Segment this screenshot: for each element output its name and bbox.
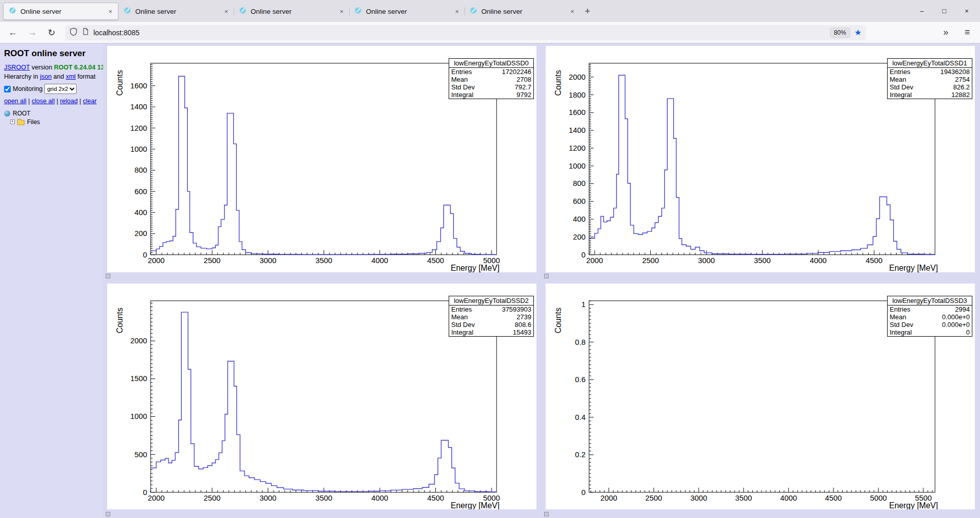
stats-label: Mean — [451, 76, 468, 83]
new-tab-button[interactable]: + — [580, 3, 595, 20]
svg-text:3500: 3500 — [754, 256, 771, 265]
xml-link[interactable]: xml — [66, 73, 76, 80]
browser-tab-4[interactable]: Online server × — [349, 3, 464, 20]
address-bar[interactable]: localhost:8085 80% ★ — [65, 25, 866, 40]
stats-value: 2708 — [517, 76, 531, 83]
page-info-icon[interactable] — [82, 28, 89, 37]
shield-icon[interactable] — [69, 28, 78, 38]
stats-title: lowEnergyEyTotalDSSD1 — [888, 59, 972, 68]
root-canvas[interactable]: 2000250030003500400045005000020040060080… — [107, 46, 536, 272]
tree-item-files[interactable]: + Files — [10, 117, 103, 126]
stats-value: 2994 — [955, 305, 970, 313]
stats-row: Mean0.000e+0 — [888, 313, 972, 321]
resize-handle[interactable] — [544, 274, 549, 278]
stats-label: Integral — [890, 91, 912, 99]
menu-hamburger-icon[interactable]: ≡ — [962, 27, 973, 38]
stats-row: Mean2739 — [449, 313, 533, 321]
stats-box[interactable]: lowEnergyEyTotalDSSD2 Entries37593903 Me… — [449, 296, 534, 337]
svg-text:0.4: 0.4 — [575, 413, 586, 421]
overflow-chevrons-icon[interactable]: » — [940, 27, 951, 38]
svg-text:0: 0 — [143, 488, 147, 496]
histogram-panel-dssd1: 2000250030003500400045000200400600800100… — [542, 43, 980, 281]
resize-handle[interactable] — [544, 512, 549, 516]
svg-text:1800: 1800 — [569, 90, 585, 99]
page-content: ROOT online server JSROOT version ROOT 6… — [0, 43, 980, 518]
browser-tab-5[interactable]: Online server × — [464, 3, 580, 20]
tab-close-icon[interactable]: × — [453, 8, 460, 15]
svg-text:3000: 3000 — [698, 256, 715, 265]
stats-value: 792.7 — [514, 83, 531, 91]
navigation-bar: ← → ↻ localhost:8085 80% ★ » ≡ — [0, 22, 980, 43]
resize-handle[interactable] — [106, 512, 110, 516]
resize-handle[interactable] — [106, 274, 110, 278]
minimize-button[interactable]: – — [911, 0, 933, 22]
stats-title: lowEnergyEyTotalDSSD3 — [888, 296, 972, 305]
jsroot-favicon — [239, 7, 247, 16]
close-all-link[interactable]: close all — [32, 98, 55, 105]
tab-close-icon[interactable]: × — [107, 8, 114, 15]
svg-text:4500: 4500 — [427, 256, 444, 265]
stats-box[interactable]: lowEnergyEyTotalDSSD1 Entries19436208 Me… — [887, 58, 972, 99]
root-canvas[interactable]: 2000250030003500400045005000050010001500… — [107, 284, 536, 510]
stats-value: 0.000e+0 — [942, 321, 970, 328]
stats-label: Mean — [451, 313, 468, 321]
reload-link[interactable]: reload — [60, 98, 78, 105]
monitoring-label: Monitoring — [13, 85, 42, 92]
root-canvas[interactable]: 2000250030003500400045000200400600800100… — [546, 46, 975, 272]
layout-select[interactable]: grid 2x2 — [44, 84, 77, 94]
svg-text:4500: 4500 — [427, 493, 444, 502]
stats-label: Std Dev — [451, 83, 475, 91]
svg-text:3000: 3000 — [260, 493, 277, 502]
reload-button[interactable]: ↻ — [46, 27, 57, 38]
tab-close-icon[interactable]: × — [569, 8, 576, 15]
browser-tab-3[interactable]: Online server × — [234, 3, 349, 20]
jsroot-link[interactable]: JSROOT — [4, 64, 30, 71]
open-all-link[interactable]: open all — [4, 98, 27, 105]
forward-button[interactable]: → — [27, 27, 38, 38]
stats-row: Mean2708 — [449, 76, 533, 83]
back-button[interactable]: ← — [7, 27, 18, 38]
tab-title: Online server — [20, 8, 103, 15]
expand-plus-icon[interactable]: + — [10, 120, 15, 124]
folder-icon — [17, 120, 24, 125]
stats-label: Std Dev — [890, 83, 913, 91]
stats-value: 826.2 — [953, 83, 970, 91]
clear-link[interactable]: clear — [83, 98, 96, 105]
svg-text:200: 200 — [573, 233, 585, 241]
svg-text:1000: 1000 — [130, 412, 147, 420]
tree-item-root[interactable]: ROOT — [4, 109, 103, 117]
stats-label: Entries — [890, 68, 910, 76]
stats-value: 2739 — [517, 313, 531, 321]
stats-value: 12882 — [951, 91, 970, 99]
stats-value: 0 — [966, 328, 970, 336]
monitoring-checkbox[interactable] — [4, 86, 11, 92]
svg-text:0.6: 0.6 — [575, 375, 586, 384]
stats-label: Mean — [890, 313, 906, 321]
tab-title: Online server — [366, 8, 449, 15]
url-text[interactable]: localhost:8085 — [93, 29, 826, 37]
hierarchy-actions: open all | close all | reload | clear — [4, 98, 103, 105]
svg-text:2000: 2000 — [569, 73, 585, 81]
svg-text:1400: 1400 — [569, 126, 585, 134]
stats-box[interactable]: lowEnergyEyTotalDSSD0 Entries17202246 Me… — [449, 58, 534, 99]
json-link[interactable]: json — [40, 73, 52, 80]
hierarchy-line: Hierarchy in json and xml format — [4, 73, 103, 80]
svg-text:500: 500 — [134, 450, 147, 458]
hierarchy-text: and — [52, 73, 66, 80]
stats-box[interactable]: lowEnergyEyTotalDSSD3 Entries2994 Mean0.… — [887, 296, 972, 337]
version-text: version — [30, 64, 54, 71]
zoom-level-badge[interactable]: 80% — [830, 28, 850, 38]
stats-row: Std Dev826.2 — [888, 83, 972, 91]
tab-close-icon[interactable]: × — [338, 8, 345, 15]
bookmark-star-icon[interactable]: ★ — [854, 28, 862, 37]
close-window-button[interactable]: × — [955, 0, 978, 22]
maximize-button[interactable]: □ — [933, 0, 955, 22]
svg-text:3500: 3500 — [735, 493, 752, 502]
separator: | — [27, 98, 32, 105]
tab-close-icon[interactable]: × — [223, 8, 230, 15]
svg-text:800: 800 — [134, 166, 147, 174]
browser-tab-1[interactable]: Online server × — [3, 3, 118, 20]
svg-text:4500: 4500 — [825, 493, 842, 502]
browser-tab-2[interactable]: Online server × — [118, 3, 234, 20]
root-canvas[interactable]: 2000250030003500400045005000550000.20.40… — [546, 284, 975, 510]
